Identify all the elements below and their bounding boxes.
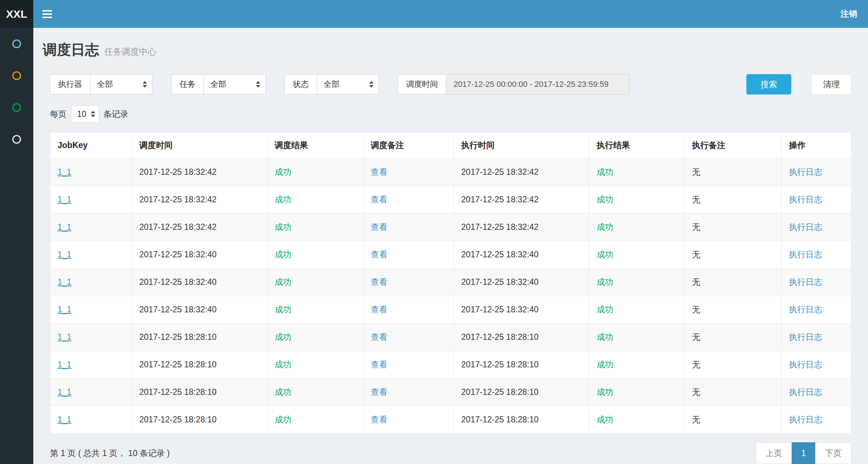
handle-time-cell: 2017-12-25 18:32:40 bbox=[454, 296, 589, 324]
trigger-msg-link[interactable]: 查看 bbox=[371, 222, 387, 232]
clear-button[interactable]: 清理 bbox=[812, 74, 851, 94]
trigger-msg-link[interactable]: 查看 bbox=[371, 305, 387, 314]
executor-filter-select[interactable]: 全部 bbox=[90, 74, 152, 94]
handle-time-cell: 2017-12-25 18:32:40 bbox=[454, 241, 589, 269]
trigger-msg-link[interactable]: 查看 bbox=[371, 167, 387, 177]
jobkey-link[interactable]: 1_1 bbox=[58, 360, 71, 369]
page-header: 调度日志 任务调度中心 bbox=[43, 40, 851, 60]
trigger-msg-link[interactable]: 查看 bbox=[371, 332, 387, 342]
handle-msg-cell: 无 bbox=[684, 241, 781, 269]
trigger-result-cell: 成功 bbox=[267, 406, 363, 434]
handle-msg-cell: 无 bbox=[684, 159, 781, 186]
sidebar-item-executor-manage[interactable] bbox=[0, 123, 33, 155]
table-row: 1_1 2017-12-25 18:32:40 成功 查看 2017-12-25… bbox=[50, 241, 851, 269]
exec-log-link[interactable]: 执行日志 bbox=[789, 387, 822, 397]
executor-filter-group: 执行器 全部 bbox=[50, 74, 152, 94]
trigger-msg-link[interactable]: 查看 bbox=[371, 415, 387, 424]
page-size-suffix: 条记录 bbox=[104, 109, 128, 120]
trigger-msg-link[interactable]: 查看 bbox=[371, 387, 387, 397]
logout-link[interactable]: 注销 bbox=[830, 0, 868, 28]
top-navbar: XXL 注销 bbox=[0, 0, 868, 28]
page-size-select[interactable]: 10 bbox=[71, 105, 99, 123]
prev-page-button[interactable]: 上页 bbox=[756, 442, 792, 464]
jobkey-link[interactable]: 1_1 bbox=[58, 250, 71, 259]
hamburger-bar bbox=[42, 17, 52, 18]
handle-result-cell: 成功 bbox=[589, 186, 684, 214]
executor-filter-label: 执行器 bbox=[50, 74, 90, 94]
page-1-button[interactable]: 1 bbox=[792, 442, 816, 464]
trigger-msg-link[interactable]: 查看 bbox=[371, 277, 387, 287]
pagination-controls: 上页 1 下页 bbox=[756, 442, 851, 464]
table-row: 1_1 2017-12-25 18:32:42 成功 查看 2017-12-25… bbox=[50, 214, 851, 241]
job-filter-select[interactable]: 全部 bbox=[203, 74, 266, 94]
jobkey-link[interactable]: 1_1 bbox=[58, 222, 71, 232]
jobkey-link[interactable]: 1_1 bbox=[58, 387, 71, 397]
trigger-result-cell: 成功 bbox=[267, 159, 363, 186]
trigger-time-cell: 2017-12-25 18:32:40 bbox=[132, 296, 267, 324]
sidebar-item-job-log[interactable] bbox=[0, 92, 33, 123]
pagination-summary: 第 1 页 ( 总共 1 页， 10 条记录 ) bbox=[50, 448, 170, 459]
exec-log-link[interactable]: 执行日志 bbox=[789, 250, 822, 259]
status-filter-select[interactable]: 全部 bbox=[317, 74, 379, 94]
trigger-time-filter-label: 调度时间 bbox=[398, 74, 446, 94]
exec-log-link[interactable]: 执行日志 bbox=[789, 195, 822, 204]
trigger-msg-link[interactable]: 查看 bbox=[371, 250, 387, 259]
col-header-trigger-msg: 调度备注 bbox=[363, 132, 454, 159]
handle-result-cell: 成功 bbox=[589, 296, 684, 324]
exec-log-link[interactable]: 执行日志 bbox=[789, 305, 822, 314]
trigger-time-filter-group: 调度时间 2017-12-25 00:00:00 - 2017-12-25 23… bbox=[398, 74, 630, 94]
sidebar-item-job-manage[interactable] bbox=[0, 60, 33, 92]
exec-log-link[interactable]: 执行日志 bbox=[789, 277, 822, 287]
trigger-time-cell: 2017-12-25 18:32:42 bbox=[132, 159, 267, 186]
trigger-time-range-input[interactable]: 2017-12-25 00:00:00 - 2017-12-25 23:59:5… bbox=[446, 74, 630, 94]
trigger-time-cell: 2017-12-25 18:28:10 bbox=[132, 379, 267, 406]
hamburger-bar bbox=[42, 10, 52, 12]
next-page-button[interactable]: 下页 bbox=[815, 442, 851, 464]
table-row: 1_1 2017-12-25 18:32:40 成功 查看 2017-12-25… bbox=[50, 269, 851, 296]
pagination-bar: 第 1 页 ( 总共 1 页， 10 条记录 ) 上页 1 下页 bbox=[50, 442, 851, 464]
jobkey-link[interactable]: 1_1 bbox=[58, 277, 71, 287]
exec-log-link[interactable]: 执行日志 bbox=[789, 222, 822, 232]
handle-msg-cell: 无 bbox=[684, 406, 781, 434]
exec-log-link[interactable]: 执行日志 bbox=[789, 415, 822, 424]
exec-log-link[interactable]: 执行日志 bbox=[789, 167, 822, 177]
table-row: 1_1 2017-12-25 18:32:42 成功 查看 2017-12-25… bbox=[50, 186, 851, 214]
handle-time-cell: 2017-12-25 18:32:42 bbox=[454, 159, 589, 186]
exec-log-link[interactable]: 执行日志 bbox=[789, 332, 822, 342]
jobkey-link[interactable]: 1_1 bbox=[58, 167, 71, 177]
page-subtitle: 任务调度中心 bbox=[104, 46, 156, 58]
handle-result-cell: 成功 bbox=[589, 406, 684, 434]
trigger-result-cell: 成功 bbox=[267, 186, 363, 214]
handle-msg-cell: 无 bbox=[684, 324, 781, 351]
table-row: 1_1 2017-12-25 18:28:10 成功 查看 2017-12-25… bbox=[50, 379, 851, 406]
status-filter-label: 状态 bbox=[285, 74, 317, 94]
job-log-table: JobKey 调度时间 调度结果 调度备注 执行时间 执行结果 执行备注 操作 … bbox=[50, 132, 851, 434]
app-logo[interactable]: XXL bbox=[0, 0, 33, 28]
jobkey-link[interactable]: 1_1 bbox=[58, 415, 71, 424]
trigger-msg-link[interactable]: 查看 bbox=[371, 195, 387, 204]
exec-log-link[interactable]: 执行日志 bbox=[789, 360, 822, 369]
jobkey-link[interactable]: 1_1 bbox=[58, 305, 71, 314]
handle-time-cell: 2017-12-25 18:28:10 bbox=[454, 351, 589, 379]
handle-result-cell: 成功 bbox=[589, 379, 684, 406]
jobkey-link[interactable]: 1_1 bbox=[58, 332, 71, 342]
sidebar-item-dashboard[interactable] bbox=[0, 28, 33, 60]
select-arrows-icon bbox=[369, 81, 374, 88]
handle-result-cell: 成功 bbox=[589, 241, 684, 269]
filter-bar: 执行器 全部 任务 全部 状态 全部 调度时间 2017-12-25 00:00… bbox=[50, 74, 851, 94]
page-size-value: 10 bbox=[77, 109, 87, 119]
trigger-time-cell: 2017-12-25 18:28:10 bbox=[132, 324, 267, 351]
col-header-trigger-result: 调度结果 bbox=[267, 132, 363, 159]
jobkey-link[interactable]: 1_1 bbox=[58, 195, 71, 204]
circle-icon bbox=[12, 71, 21, 80]
search-button[interactable]: 搜索 bbox=[746, 74, 791, 94]
handle-time-cell: 2017-12-25 18:28:10 bbox=[454, 379, 589, 406]
sidebar-toggle-icon[interactable] bbox=[33, 0, 61, 28]
trigger-time-cell: 2017-12-25 18:28:10 bbox=[132, 351, 267, 379]
table-row: 1_1 2017-12-25 18:32:42 成功 查看 2017-12-25… bbox=[50, 159, 851, 186]
trigger-msg-link[interactable]: 查看 bbox=[371, 360, 387, 369]
handle-msg-cell: 无 bbox=[684, 351, 781, 379]
table-row: 1_1 2017-12-25 18:28:10 成功 查看 2017-12-25… bbox=[50, 351, 851, 379]
col-header-jobkey: JobKey bbox=[50, 132, 132, 159]
hamburger-bar bbox=[42, 13, 52, 15]
